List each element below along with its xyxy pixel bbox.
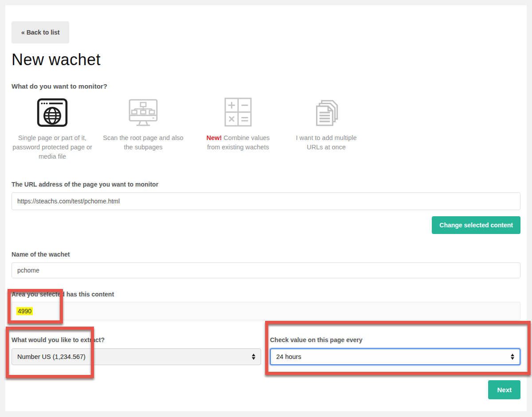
url-input[interactable]	[12, 192, 520, 210]
content-field-label: Area you selected has this content	[12, 291, 520, 298]
option-single-page[interactable]: Single page or part of it, password prot…	[12, 95, 93, 161]
extract-field-label: What would you like to extract?	[12, 336, 261, 343]
option-combine-values[interactable]: New! Combine values from existing wachet…	[205, 95, 271, 161]
name-field-label: Name of the wachet	[12, 251, 520, 258]
content-card: « Back to list New wachet What do you wa…	[5, 5, 527, 411]
extract-type-value: Number US (1,234.567)	[17, 353, 86, 360]
change-selected-content-button[interactable]: Change selected content	[432, 216, 520, 234]
option-multiple-urls-label: I want to add multiple URLs at once	[293, 133, 360, 152]
monitor-options-row: Single page or part of it, password prot…	[12, 95, 520, 161]
monitor-sitemap-icon	[103, 95, 184, 129]
wachet-name-input[interactable]	[12, 262, 520, 278]
option-scan-root[interactable]: Scan the root page and also the subpages	[103, 95, 184, 161]
option-scan-root-label: Scan the root page and also the subpages	[103, 133, 184, 152]
combine-values-icon	[205, 95, 271, 129]
selected-content-box: 4990	[12, 302, 520, 320]
check-interval-select[interactable]: 24 hours	[270, 348, 520, 365]
next-button[interactable]: Next	[488, 380, 520, 399]
new-wachet-page: { "header": { "back_button": "« Back to …	[0, 0, 532, 417]
interval-field-label: Check value on this page every	[270, 336, 520, 343]
option-multiple-urls[interactable]: I want to add multiple URLs at once	[293, 95, 360, 161]
back-to-list-button[interactable]: « Back to list	[12, 21, 69, 43]
page-title: New wachet	[12, 51, 520, 69]
browser-globe-icon	[12, 95, 93, 129]
extract-type-select[interactable]: Number US (1,234.567)	[12, 348, 261, 365]
select-spinner-icon	[511, 354, 514, 360]
new-badge: New!	[207, 134, 222, 141]
monitor-question-label: What do you want to monitor?	[12, 82, 520, 90]
multiple-pages-icon	[293, 95, 360, 129]
select-spinner-icon	[252, 354, 255, 360]
option-single-page-label: Single page or part of it, password prot…	[12, 133, 93, 161]
check-interval-value: 24 hours	[276, 353, 301, 360]
highlighted-content-value: 4990	[16, 307, 33, 315]
option-combine-values-label: New! Combine values from existing wachet…	[205, 133, 271, 152]
url-field-label: The URL address of the page you want to …	[12, 181, 520, 188]
